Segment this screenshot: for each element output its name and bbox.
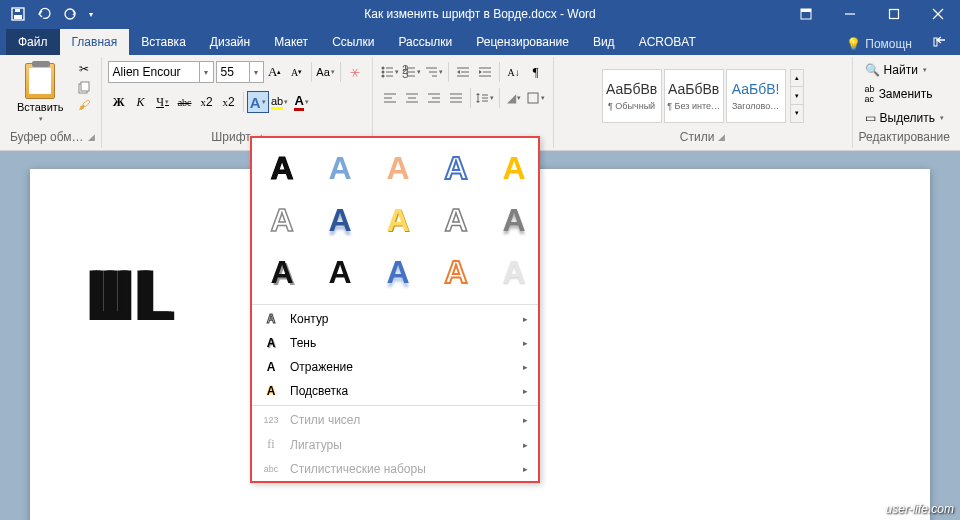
font-name-dropdown[interactable]: ▾ [200,61,214,83]
style-no-spacing[interactable]: АаБбВв¶ Без инте… [664,69,724,123]
tab-design[interactable]: Дизайн [198,29,262,55]
tab-home[interactable]: Главная [60,29,130,55]
svg-point-13 [382,67,385,70]
svg-rect-50 [528,93,538,103]
undo-button[interactable] [32,2,56,26]
menu-glow[interactable]: AПодсветка▸ [252,379,538,403]
clear-formatting-button[interactable]: ⚹ [344,61,366,83]
bold-button[interactable]: Ж [108,91,130,113]
menu-reflection[interactable]: AОтражение▸ [252,355,538,379]
styles-scroll-up[interactable]: ▴ [791,70,803,87]
tab-mailings[interactable]: Рассылки [386,29,464,55]
text-effect-9[interactable]: A [434,198,478,242]
menu-shadow[interactable]: AТень▸ [252,331,538,355]
menu-number-styles: 123Стили чисел▸ [252,408,538,432]
tab-view[interactable]: Вид [581,29,627,55]
increase-indent-button[interactable] [474,61,496,83]
text-effect-13[interactable]: A [376,250,420,294]
tell-me-search[interactable]: 💡 Помощн [838,33,920,55]
quick-access-toolbar: ▾ [0,2,98,26]
shrink-font-button[interactable]: A▾ [286,61,308,83]
style-normal[interactable]: АаБбВв¶ Обычный [602,69,662,123]
bucket-icon: ◢ [507,91,516,105]
tab-insert[interactable]: Вставка [129,29,198,55]
brush-icon: 🖌 [78,98,90,112]
find-button[interactable]: 🔍Найти▾ [861,61,931,79]
style-heading1[interactable]: АаБбВ!Заголово… [726,69,786,123]
group-font: Alien Encour ▾ 55 ▾ A▴ A▾ Aa▾ ⚹ Ж К Ч▾ a… [102,57,373,148]
text-effect-2[interactable]: A [318,146,362,190]
text-effect-5[interactable]: A [492,146,536,190]
font-size-combo[interactable]: 55 [216,61,250,83]
cut-button[interactable]: ✂ [74,61,94,77]
text-effects-popup: A A A A A A A A A A A A A A A AКонтур▸ A… [250,136,540,483]
change-case-button[interactable]: Aa▾ [315,61,337,83]
menu-stylistic-sets: abcСтилистические наборы▸ [252,457,538,481]
borders-button[interactable]: ▾ [525,87,547,109]
text-effect-6[interactable]: A [260,198,304,242]
text-effect-4[interactable]: A [434,146,478,190]
cursor-icon: ▭ [865,111,876,125]
justify-button[interactable] [445,87,467,109]
superscript-button[interactable]: x2 [218,91,240,113]
select-button[interactable]: ▭Выделить▾ [861,109,948,127]
text-effect-1[interactable]: A [260,146,304,190]
strikethrough-button[interactable]: abc [174,91,196,113]
group-clipboard: Вставить ▾ ✂ 🖌 Буфер обм…◢ [4,57,102,148]
share-button[interactable] [920,28,960,55]
align-left-button[interactable] [379,87,401,109]
grow-font-button[interactable]: A▴ [264,61,286,83]
tab-references[interactable]: Ссылки [320,29,386,55]
tab-file[interactable]: Файл [6,29,60,55]
svg-rect-10 [934,38,937,46]
font-size-dropdown[interactable]: ▾ [250,61,264,83]
align-right-button[interactable] [423,87,445,109]
qat-customize[interactable]: ▾ [84,2,98,26]
text-effect-15[interactable]: A [492,250,536,294]
numbering-button[interactable]: 123▾ [401,61,423,83]
text-effect-12[interactable]: A [318,250,362,294]
italic-button[interactable]: К [130,91,152,113]
tab-review[interactable]: Рецензирование [464,29,581,55]
decrease-indent-button[interactable] [452,61,474,83]
svg-rect-7 [890,10,899,19]
format-painter-button[interactable]: 🖌 [74,97,94,113]
group-editing: 🔍Найти▾ abacЗаменить ▭Выделить▾ Редактир… [853,57,956,148]
text-effect-11[interactable]: A [260,250,304,294]
underline-button[interactable]: Ч▾ [152,91,174,113]
shading-button[interactable]: ◢▾ [503,87,525,109]
line-spacing-button[interactable]: ▾ [474,87,496,109]
highlight-button[interactable]: ab▾ [269,91,291,113]
ribbon-display-options[interactable] [784,0,828,28]
maximize-button[interactable] [872,0,916,28]
minimize-button[interactable] [828,0,872,28]
font-name-combo[interactable]: Alien Encour [108,61,200,83]
text-effect-14[interactable]: A [434,250,478,294]
eraser-icon: ⚹ [350,65,360,79]
multilevel-list-button[interactable]: ▾ [423,61,445,83]
font-color-button[interactable]: A▾ [291,91,313,113]
subscript-button[interactable]: x2 [196,91,218,113]
close-button[interactable] [916,0,960,28]
text-effect-8[interactable]: A [376,198,420,242]
show-marks-button[interactable]: ¶ [525,61,547,83]
styles-scroll-down[interactable]: ▾ [791,86,803,104]
tab-layout[interactable]: Макет [262,29,320,55]
dialog-launcher-icon[interactable]: ◢ [718,132,725,142]
paste-button[interactable]: Вставить ▾ [11,61,70,125]
replace-button[interactable]: abacЗаменить [861,82,937,106]
text-effects-button[interactable]: A▾ [247,91,269,113]
bullets-button[interactable]: ▾ [379,61,401,83]
styles-expand[interactable]: ▾ [791,104,803,122]
align-center-button[interactable] [401,87,423,109]
text-effect-3[interactable]: A [376,146,420,190]
save-button[interactable] [6,2,30,26]
menu-outline[interactable]: AКонтур▸ [252,307,538,331]
text-effect-10[interactable]: A [492,198,536,242]
dialog-launcher-icon[interactable]: ◢ [88,132,95,142]
copy-button[interactable] [74,79,94,95]
sort-button[interactable]: A↓ [503,61,525,83]
tab-acrobat[interactable]: ACROBAT [627,29,708,55]
text-effect-7[interactable]: A [318,198,362,242]
redo-button[interactable] [58,2,82,26]
